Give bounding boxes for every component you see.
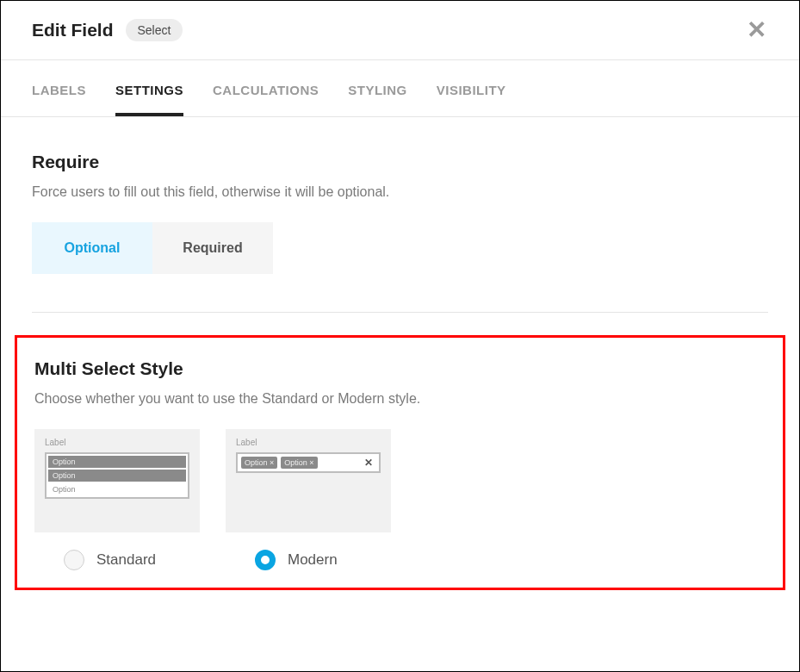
require-description: Force users to fill out this field, othe… — [32, 184, 768, 200]
require-option-required[interactable]: Required — [152, 222, 273, 274]
preview-label: Label — [45, 438, 189, 447]
clear-icon: ✕ — [364, 457, 375, 469]
require-option-optional[interactable]: Optional — [32, 222, 152, 274]
preview-tagbox: Option × Option × ✕ — [236, 452, 381, 473]
field-type-chip: Select — [126, 19, 183, 41]
tab-bar: LABELS SETTINGS CALCULATIONS STYLING VIS… — [1, 60, 799, 117]
multiselect-description: Choose whether you want to use the Stand… — [34, 391, 766, 407]
radio-standard[interactable] — [64, 550, 84, 570]
radio-standard-label: Standard — [96, 551, 156, 569]
tab-calculations[interactable]: CALCULATIONS — [213, 60, 319, 116]
radio-modern[interactable] — [255, 550, 276, 570]
preview-row: Option — [48, 470, 186, 482]
tab-visibility[interactable]: VISIBILITY — [437, 60, 506, 116]
close-icon: ✕ — [747, 16, 766, 43]
close-button[interactable]: ✕ — [738, 15, 775, 46]
page-title: Edit Field — [32, 20, 114, 40]
multiselect-highlight: Multi Select Style Choose whether you wa… — [15, 335, 785, 590]
preview-label: Label — [236, 438, 381, 447]
section-divider — [32, 312, 768, 313]
require-toggle-group: Optional Required — [32, 222, 768, 274]
radio-modern-label: Modern — [288, 551, 338, 569]
tab-labels[interactable]: LABELS — [32, 60, 86, 116]
preview-listbox: Option Option Option — [45, 452, 189, 499]
preview-standard[interactable]: Label Option Option Option — [34, 429, 200, 532]
tab-settings[interactable]: SETTINGS — [115, 60, 183, 116]
preview-tag: Option × — [241, 457, 277, 469]
preview-row: Option — [48, 483, 186, 495]
tab-styling[interactable]: STYLING — [348, 60, 407, 116]
require-heading: Require — [32, 152, 768, 172]
preview-row: Option — [48, 456, 186, 468]
multiselect-heading: Multi Select Style — [34, 358, 766, 379]
preview-tag: Option × — [281, 457, 317, 469]
preview-modern[interactable]: Label Option × Option × ✕ — [226, 429, 391, 532]
